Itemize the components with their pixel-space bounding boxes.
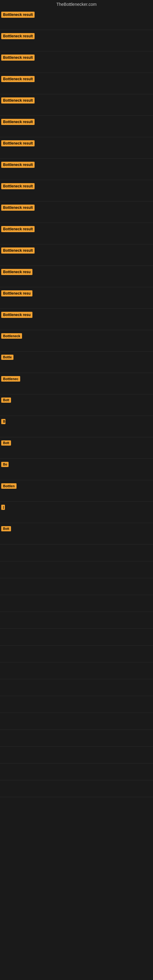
empty-row bbox=[0, 764, 153, 780]
list-item: B bbox=[0, 416, 153, 438]
bottleneck-badge[interactable]: Bottleneck result bbox=[1, 12, 35, 18]
empty-row bbox=[0, 578, 153, 595]
list-item: Bo bbox=[0, 459, 153, 480]
empty-row bbox=[0, 780, 153, 797]
list-item: Bott bbox=[0, 438, 153, 459]
bottleneck-badge[interactable]: Bottleneck result bbox=[1, 76, 35, 82]
bottleneck-badge[interactable]: Bottlen bbox=[1, 483, 16, 489]
list-item: Bottleneck result bbox=[0, 244, 153, 266]
list-item: Bottleneck resu bbox=[0, 287, 153, 309]
empty-row bbox=[0, 646, 153, 662]
list-item: | bbox=[0, 502, 153, 523]
empty-row bbox=[0, 747, 153, 764]
bottleneck-badge[interactable]: B bbox=[1, 419, 5, 424]
empty-row bbox=[0, 562, 153, 578]
list-item: Bottleneck result bbox=[0, 159, 153, 180]
list-item: Bottleneck result bbox=[0, 9, 153, 30]
bottleneck-badge[interactable]: Bottleneck result bbox=[1, 162, 35, 168]
empty-row bbox=[0, 612, 153, 629]
bottleneck-badge[interactable]: Bo bbox=[1, 462, 9, 467]
bottleneck-badge[interactable]: Bottleneck result bbox=[1, 54, 35, 60]
bottleneck-badge[interactable]: Bottleneck result bbox=[1, 183, 35, 189]
list-item: Bottleneck result bbox=[0, 223, 153, 244]
bottleneck-badge[interactable]: Bottleneck bbox=[1, 333, 22, 339]
bottleneck-badge[interactable]: Bottleneck result bbox=[1, 205, 35, 211]
empty-row bbox=[0, 595, 153, 612]
bottleneck-badge[interactable]: Bottleneck result bbox=[1, 140, 35, 146]
list-item: Bottleneck result bbox=[0, 137, 153, 159]
list-item: Bott bbox=[0, 523, 153, 544]
list-item: Bottleneck result bbox=[0, 30, 153, 51]
list-item: Bottleneck resu bbox=[0, 309, 153, 330]
empty-row bbox=[0, 679, 153, 696]
bottleneck-badge[interactable]: Bott bbox=[1, 526, 11, 531]
list-item: Bottleneck result bbox=[0, 180, 153, 202]
list-item: Bottlen bbox=[0, 480, 153, 502]
bottleneck-badge[interactable]: Bottle bbox=[1, 355, 13, 360]
bottleneck-badge[interactable]: Bott bbox=[1, 441, 11, 445]
list-item: Bottle bbox=[0, 352, 153, 373]
empty-row bbox=[0, 713, 153, 730]
page-container: TheBottlenecker.com Bottleneck resultBot… bbox=[0, 0, 153, 980]
bottleneck-badge[interactable]: Bottleneck resu bbox=[1, 269, 32, 275]
empty-row bbox=[0, 730, 153, 747]
empty-row bbox=[0, 629, 153, 646]
list-item: Bottleneck result bbox=[0, 73, 153, 94]
bottleneck-badge[interactable]: Bottleneck result bbox=[1, 247, 35, 254]
bottleneck-badge[interactable]: Bottleneck resu bbox=[1, 312, 32, 318]
bottleneck-badge[interactable]: Bottleneck result bbox=[1, 226, 35, 232]
bottleneck-badge[interactable]: Bottleneck result bbox=[1, 97, 35, 103]
bottleneck-badge[interactable]: Bottleneck result bbox=[1, 119, 35, 125]
list-item: Bottleneck result bbox=[0, 202, 153, 223]
empty-row bbox=[0, 662, 153, 679]
bottleneck-badge[interactable]: Bottlenec bbox=[1, 376, 20, 382]
list-item: Bottleneck result bbox=[0, 94, 153, 116]
list-item: Bottlenec bbox=[0, 373, 153, 395]
bottleneck-badge[interactable]: Bottleneck result bbox=[1, 33, 35, 39]
list-item: Bott bbox=[0, 395, 153, 416]
list-item: Bottleneck result bbox=[0, 116, 153, 137]
bottleneck-badge[interactable]: Bottleneck resu bbox=[1, 290, 32, 296]
bottleneck-badge[interactable]: | bbox=[1, 505, 5, 510]
bottleneck-badge[interactable]: Bott bbox=[1, 398, 11, 403]
empty-row bbox=[0, 544, 153, 562]
list-item: Bottleneck resu bbox=[0, 266, 153, 287]
empty-row bbox=[0, 696, 153, 713]
site-title: TheBottlenecker.com bbox=[0, 0, 153, 9]
list-item: Bottleneck bbox=[0, 330, 153, 352]
list-item: Bottleneck result bbox=[0, 51, 153, 73]
